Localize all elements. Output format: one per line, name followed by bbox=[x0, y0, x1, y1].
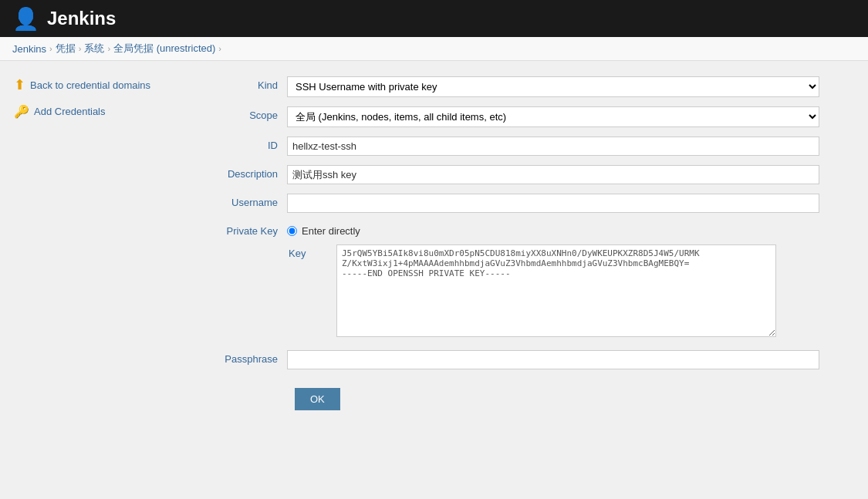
breadcrumb-sep-2: › bbox=[79, 44, 82, 53]
enter-directly-radio[interactable] bbox=[287, 226, 297, 236]
back-to-domains-link[interactable]: ⬆ Back to credential domains bbox=[12, 73, 182, 96]
app-title: Jenkins bbox=[47, 8, 116, 29]
sidebar: ⬆ Back to credential domains 🔑 Add Crede… bbox=[12, 73, 182, 410]
kind-row: Kind SSH Username with private key bbox=[194, 73, 856, 103]
breadcrumb-sep-1: › bbox=[49, 44, 52, 53]
main-content: ⬆ Back to credential domains 🔑 Add Crede… bbox=[0, 61, 868, 423]
username-row: Username bbox=[194, 190, 856, 219]
key-textarea[interactable]: J5rQW5YBi5AIk8vi8u0mXDr05pN5CDU818miyXX8… bbox=[336, 244, 776, 337]
breadcrumb-credentials[interactable]: 凭据 bbox=[56, 42, 76, 56]
username-label: Username bbox=[194, 190, 287, 219]
username-field bbox=[287, 190, 856, 219]
breadcrumb-jenkins[interactable]: Jenkins bbox=[12, 43, 46, 55]
ok-button[interactable]: OK bbox=[295, 388, 340, 410]
breadcrumb-system[interactable]: 系统 bbox=[84, 42, 104, 56]
description-row: Description bbox=[194, 162, 856, 190]
scope-row: Scope 全局 (Jenkins, nodes, items, all chi… bbox=[194, 103, 856, 133]
description-input[interactable] bbox=[287, 165, 819, 184]
breadcrumb-global[interactable]: 全局凭据 (unrestricted) bbox=[113, 42, 215, 56]
scope-select[interactable]: 全局 (Jenkins, nodes, items, all child ite… bbox=[287, 106, 819, 127]
key-icon: 🔑 bbox=[14, 104, 29, 119]
back-label: Back to credential domains bbox=[30, 79, 150, 91]
username-input[interactable] bbox=[287, 194, 819, 213]
key-textarea-cell: J5rQW5YBi5AIk8vi8u0mXDr05pN5CDU818miyXX8… bbox=[336, 244, 776, 339]
credentials-form: Kind SSH Username with private key Scope… bbox=[194, 73, 856, 410]
key-row: Key J5rQW5YBi5AIk8vi8u0mXDr05pN5CDU818mi… bbox=[289, 244, 776, 339]
breadcrumb-sep-3: › bbox=[107, 44, 110, 53]
id-field bbox=[287, 133, 856, 162]
passphrase-field bbox=[287, 347, 856, 376]
id-label: ID bbox=[194, 133, 287, 162]
add-credentials-link[interactable]: 🔑 Add Credentials bbox=[12, 101, 182, 122]
breadcrumb-sep-4: › bbox=[218, 44, 221, 53]
passphrase-input[interactable] bbox=[287, 350, 819, 369]
kind-field: SSH Username with private key bbox=[287, 73, 856, 103]
back-icon: ⬆ bbox=[14, 76, 25, 93]
private-key-row: Private Key Enter directly Key J5rQW5YBi… bbox=[194, 219, 856, 347]
private-key-label: Private Key bbox=[194, 219, 287, 347]
description-label: Description bbox=[194, 162, 287, 190]
kind-select[interactable]: SSH Username with private key bbox=[287, 76, 819, 97]
enter-directly-row: Enter directly bbox=[287, 222, 856, 240]
private-key-field: Enter directly Key J5rQW5YBi5AIk8vi8u0mX… bbox=[287, 219, 856, 347]
scope-field: 全局 (Jenkins, nodes, items, all child ite… bbox=[287, 103, 856, 133]
id-row: ID bbox=[194, 133, 856, 162]
scope-label: Scope bbox=[194, 103, 287, 133]
description-field bbox=[287, 162, 856, 190]
key-sub-table: Key J5rQW5YBi5AIk8vi8u0mXDr05pN5CDU818mi… bbox=[287, 243, 778, 341]
id-input[interactable] bbox=[287, 137, 819, 156]
add-credentials-label: Add Credentials bbox=[34, 106, 106, 117]
kind-label: Kind bbox=[194, 73, 287, 103]
app-header: 👤 Jenkins bbox=[0, 0, 868, 37]
jenkins-logo-icon: 👤 bbox=[12, 6, 39, 32]
breadcrumb: Jenkins › 凭据 › 系统 › 全局凭据 (unrestricted) … bbox=[0, 37, 868, 61]
form-table: Kind SSH Username with private key Scope… bbox=[194, 73, 856, 376]
enter-directly-label: Enter directly bbox=[302, 225, 360, 237]
key-sublabel: Key bbox=[289, 244, 335, 339]
passphrase-label: Passphrase bbox=[194, 347, 287, 376]
passphrase-row: Passphrase bbox=[194, 347, 856, 376]
